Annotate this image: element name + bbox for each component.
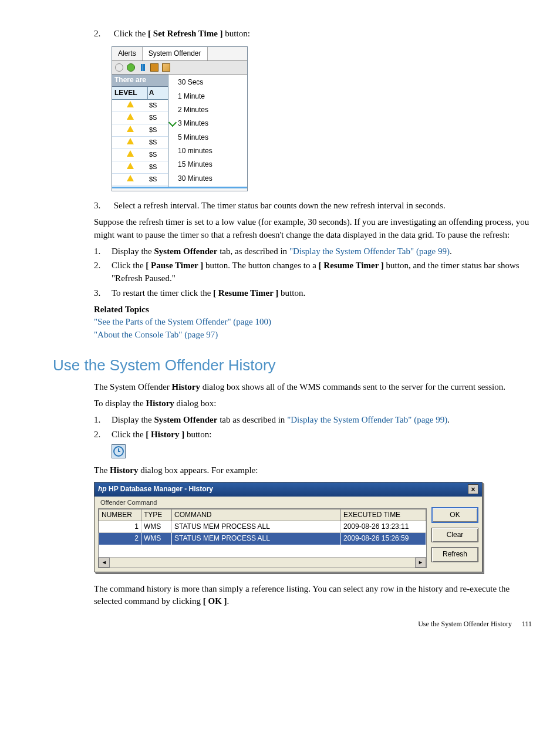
pause-icon[interactable] xyxy=(138,63,147,72)
warning-icon xyxy=(127,101,134,107)
step-item: 3.To restart the timer click the [ Resum… xyxy=(53,287,532,300)
brush-icon[interactable] xyxy=(161,63,171,72)
set-refresh-time-icon[interactable] xyxy=(150,63,159,72)
bold: [ Resume Timer ] xyxy=(319,261,384,270)
cell-number: 2 xyxy=(99,533,141,545)
text: The xyxy=(94,465,110,475)
step-number: 1. xyxy=(53,245,112,258)
text: button: xyxy=(223,29,250,38)
timer-status-bar: There are xyxy=(112,75,168,86)
refresh-interval-option[interactable]: 3 Minutes xyxy=(168,117,247,130)
history-dialog: hp HP Database Manager - History × Offen… xyxy=(94,482,483,572)
text: To display the xyxy=(94,399,146,408)
section-title: Use the System Offender History xyxy=(53,355,532,377)
step-number: 2. xyxy=(53,259,112,272)
cell-type: WMS xyxy=(141,533,172,545)
grid-row[interactable]: $S xyxy=(112,161,168,174)
tab-alerts[interactable]: Alerts xyxy=(112,47,143,60)
col-command[interactable]: COMMAND xyxy=(172,509,341,521)
refresh-interval-option[interactable]: 10 minutes xyxy=(168,144,247,158)
page-content: 2. Click the [ Set Refresh Time ] button… xyxy=(0,0,560,629)
grid-row[interactable]: $S xyxy=(112,100,168,112)
cell-value: $S xyxy=(149,100,168,112)
refresh-interval-option[interactable]: 15 Minutes xyxy=(168,158,247,171)
page-footer: Use the System Offender History 111 xyxy=(418,619,532,629)
scroll-left-icon[interactable]: ◄ xyxy=(99,558,110,568)
tab-system-offender[interactable]: System Offender xyxy=(143,47,208,60)
text: button: xyxy=(184,430,211,439)
text: tab, as described in xyxy=(217,247,289,256)
grid-row[interactable]: $S xyxy=(112,149,168,161)
refresh-button[interactable]: Refresh xyxy=(431,547,478,562)
step-number: 2. xyxy=(53,428,112,441)
grid-row[interactable]: $S xyxy=(112,112,168,124)
cell-command: STATUS MEM PROCESS ALL xyxy=(172,521,341,532)
text: button. xyxy=(278,288,305,298)
close-icon[interactable]: × xyxy=(468,484,478,494)
refresh-interval-option[interactable]: 2 Minutes xyxy=(168,103,247,117)
text: dialog box: xyxy=(174,399,217,408)
step-item: 1.Display the System Offender tab as des… xyxy=(53,414,532,427)
paragraph: To display the History dialog box: xyxy=(94,397,532,410)
grid-row[interactable]: $S xyxy=(112,124,168,137)
ok-button[interactable]: OK xyxy=(431,507,478,523)
paragraph: Suppose the refresh timer is set to a lo… xyxy=(94,216,532,242)
footer-text: Use the System Offender History xyxy=(418,620,512,628)
step-number: 2. xyxy=(53,28,112,40)
paragraph: The command history is more than simply … xyxy=(94,583,532,609)
step-body: Click the [ Pause Timer ] button. The bu… xyxy=(112,259,522,285)
text: To restart the timer click the xyxy=(112,288,213,298)
refresh-interval-option[interactable]: 5 Minutes xyxy=(168,131,247,144)
horizontal-scrollbar[interactable]: ◄ ► xyxy=(99,557,426,568)
history-button-icon[interactable] xyxy=(112,444,126,458)
text: dialog box shows all of the WMS commands… xyxy=(200,382,505,391)
text: tab as described in xyxy=(217,415,287,424)
cell-value: $S xyxy=(149,112,168,124)
bold: [ Resume Timer ] xyxy=(213,288,278,298)
refresh-interval-option[interactable]: 30 Secs xyxy=(168,76,247,89)
step-number: 3. xyxy=(53,200,112,212)
cell-value: $S xyxy=(149,161,168,173)
cell-number: 1 xyxy=(99,521,141,532)
link[interactable]: "Display the System Offender Tab" (page … xyxy=(287,415,447,424)
dialog-title: hp HP Database Manager - History xyxy=(98,484,213,494)
table-row[interactable]: 1WMSSTATUS MEM PROCESS ALL2009-08-26 13:… xyxy=(99,521,426,532)
refresh-interval-option[interactable]: 1 Minute xyxy=(168,90,247,103)
warning-icon xyxy=(127,126,134,132)
title-text: HP Database Manager - History xyxy=(107,485,213,493)
scroll-right-icon[interactable]: ► xyxy=(415,558,426,568)
link[interactable]: "Display the System Offender Tab" (page … xyxy=(289,247,450,256)
hp-logo-text: hp xyxy=(98,485,107,493)
refresh-icon[interactable] xyxy=(126,63,136,72)
grid-row[interactable]: $S xyxy=(112,137,168,149)
col-executed-time[interactable]: EXECUTED TIME xyxy=(341,509,426,521)
related-link[interactable]: "About the Console Tab" (page 97) xyxy=(94,330,218,339)
table-row[interactable]: 2WMSSTATUS MEM PROCESS ALL2009-08-26 15:… xyxy=(99,533,426,545)
fieldset-label: Offender Command xyxy=(100,498,427,508)
text: Click the xyxy=(112,430,146,439)
tab-bar: Alerts System Offender xyxy=(112,47,247,61)
grid-row[interactable]: $S xyxy=(112,174,168,186)
paragraph: The System Offender History dialog box s… xyxy=(94,381,532,394)
warning-icon xyxy=(127,138,134,144)
refresh-interval-option[interactable]: 30 Minutes xyxy=(168,172,247,185)
step-body: Display the System Offender tab as descr… xyxy=(112,414,522,427)
step-number: 1. xyxy=(53,414,112,427)
toolbar xyxy=(112,61,247,75)
text: Display the xyxy=(112,247,154,256)
text: . xyxy=(450,247,452,256)
step-item: 2.Click the [ Pause Timer ] button. The … xyxy=(53,259,532,285)
step-body: Select a refresh interval. The timer sta… xyxy=(114,200,525,212)
history-icon[interactable] xyxy=(114,63,124,72)
cell-value: $S xyxy=(149,137,168,148)
button-ref: [ Set Refresh Time ] xyxy=(148,29,222,38)
col-type[interactable]: TYPE xyxy=(141,509,172,521)
bold: History xyxy=(172,382,200,391)
step-body: Display the System Offender tab, as desc… xyxy=(112,245,522,258)
cell-time: 2009-08-26 13:23:11 xyxy=(341,521,426,532)
clear-button[interactable]: Clear xyxy=(431,528,478,542)
related-link[interactable]: "See the Parts of the System Offender" (… xyxy=(94,317,271,326)
bold: History xyxy=(146,399,174,408)
col-number[interactable]: NUMBER xyxy=(99,509,141,521)
text: Display the xyxy=(112,415,154,424)
